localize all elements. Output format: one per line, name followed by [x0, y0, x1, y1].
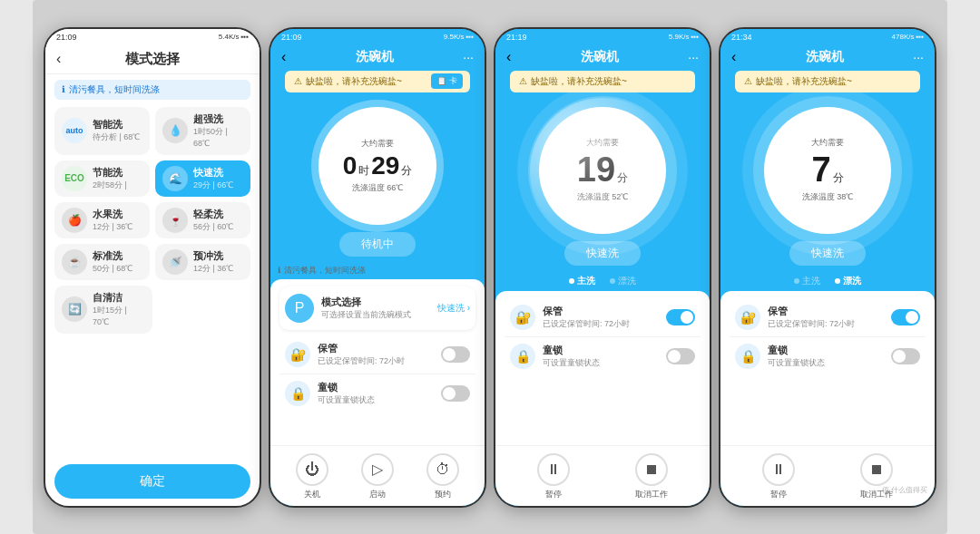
warning-icon-3: ⚠ [519, 76, 527, 86]
power-btn[interactable]: ⏻ 关机 [296, 453, 328, 500]
menu-icon-4[interactable]: ··· [913, 50, 924, 64]
mode-auto[interactable]: auto 智能洗 待分析 | 68℃ [54, 107, 150, 155]
status-icons-2: 9.5K/s ▪▪▪ [444, 33, 474, 41]
header-icons-4: ··· [913, 50, 924, 64]
status-label-3: 快速洗 [564, 241, 641, 266]
baoguan-text-3: 保管 已设定保管时间: 72小时 [543, 305, 666, 330]
time-3: 21:19 [506, 33, 527, 42]
baoguan-text-4: 保管 已设定保管时间: 72小时 [768, 305, 891, 330]
timer-area-4: 大约需要 7 分 洗涤温度 38℃ 快速洗 [720, 98, 935, 271]
warning-banner-4: ⚠ 缺盐啦，请补充洗碗盐~ [735, 71, 920, 92]
back-3[interactable]: ‹ [506, 49, 511, 65]
mode-rinse[interactable]: 🚿 预冲洗 12分 | 36℃ [155, 244, 250, 280]
dishwasher-title-3: 洗碗机 [581, 49, 619, 65]
mode-standard[interactable]: ☕ 标准洗 50分 | 68℃ [54, 244, 150, 280]
baoguan-toggle-2[interactable] [441, 346, 470, 363]
start-label: 启动 [369, 489, 386, 500]
stage-main-4: 主洗 [794, 275, 820, 287]
temp-label-4: 洗涤温度 38℃ [802, 191, 854, 203]
schedule-btn[interactable]: ⏱ 预约 [426, 453, 459, 500]
info-text: 清污餐具，短时间洗涤 [69, 83, 160, 96]
min-unit-2: 分 [401, 163, 412, 179]
dishwasher-header-2: ‹ 洗碗机 ··· [270, 45, 485, 71]
status-bar-4: 21:34 478K/s ▪▪▪ [720, 29, 935, 45]
menu-icon-3[interactable]: ··· [688, 50, 699, 64]
bottom-actions-4: ⏸ 暂停 ⏹ 取消工作 [720, 445, 935, 506]
childlock-toggle-4[interactable] [891, 348, 920, 364]
info-banner: ℹ 清污餐具，短时间洗涤 [54, 80, 250, 100]
mode-row-title: 模式选择 [321, 296, 437, 309]
info-icon-2: ℹ [278, 266, 280, 275]
min-unit-4: 分 [833, 170, 844, 186]
mode-superclean[interactable]: 💧 超强洗 1时50分 | 68℃ [155, 107, 250, 155]
warning-banner-3: ⚠ 缺盐啦，请补充洗碗盐~ [510, 71, 695, 92]
warning-text-2: 缺盐啦，请补充洗碗盐~ [306, 75, 402, 88]
back-arrow-1[interactable]: ‹ [56, 51, 61, 67]
confirm-button[interactable]: 确定 [54, 464, 250, 499]
time-1: 21:09 [56, 33, 77, 42]
mode-gentle[interactable]: 🍷 轻柔洗 56分 | 60℃ [155, 202, 250, 238]
timer-top-label-2: 大约需要 [361, 138, 394, 150]
pause-btn-3[interactable]: ⏸ 暂停 [537, 453, 570, 500]
mode-fruit[interactable]: 🍎 水果洗 12分 | 36℃ [54, 202, 150, 238]
childlock-title-4: 童锁 [768, 344, 891, 357]
childlock-icon-4: 🔒 [735, 344, 760, 369]
stage-main-3: 主洗 [569, 275, 595, 287]
temp-label-2: 洗涤温度 66℃ [352, 182, 404, 194]
mode-eco[interactable]: ECO 节能洗 2时58分 | [54, 160, 150, 197]
menu-icon-2[interactable]: ··· [463, 50, 474, 64]
start-icon: ▷ [361, 453, 394, 486]
start-btn[interactable]: ▷ 启动 [361, 453, 394, 500]
bottom-actions-2: ⏻ 关机 ▷ 启动 ⏱ 预约 [270, 445, 485, 506]
baoguan-toggle-3[interactable] [666, 309, 695, 325]
baoguan-icon-3: 🔐 [510, 305, 535, 330]
status-bar-2: 21:09 9.5K/s ▪▪▪ [270, 29, 485, 45]
time-4: 21:34 [731, 33, 752, 42]
schedule-icon: ⏱ [426, 453, 459, 486]
baoguan-sub-4: 已设定保管时间: 72小时 [768, 318, 891, 330]
mode-content: ℹ 清污餐具，短时间洗涤 auto 智能洗 待分析 | 68℃ 💧 超强洗 1时… [45, 74, 260, 453]
timer-top-label-4: 大约需要 [811, 137, 844, 149]
baoguan-toggle-4[interactable] [891, 309, 920, 325]
warning-text-3: 缺盐啦，请补充洗碗盐~ [531, 75, 627, 88]
mode-row-value[interactable]: 快速洗 › [437, 302, 470, 315]
mode-text-fruit: 水果洗 12分 | 36℃ [93, 208, 132, 233]
mode-text-auto: 智能洗 待分析 | 68℃ [93, 118, 140, 143]
setting-baoguan-3: 🔐 保管 已设定保管时间: 72小时 [505, 298, 701, 337]
temp-label-3: 洗涤温度 52℃ [577, 191, 629, 203]
time-2: 21:09 [281, 33, 302, 42]
childlock-toggle-2[interactable] [441, 385, 470, 402]
back-2[interactable]: ‹ [281, 49, 286, 65]
warning-icon-2: ⚠ [294, 76, 302, 86]
info-icon: ℹ [62, 84, 65, 94]
pause-label-4: 暂停 [770, 489, 787, 500]
back-4[interactable]: ‹ [731, 49, 736, 65]
time-display-3: 19 分 [577, 150, 628, 189]
mode-selfclean[interactable]: 🔄 自清洁 1时15分 | 70℃ [54, 286, 152, 334]
hour-unit-2: 时 [358, 163, 369, 179]
pause-icon-4: ⏸ [762, 453, 795, 486]
setting-baoguan-2: 🔐 保管 已设定保管时间: 72小时 [279, 335, 475, 374]
stage-label-rinse-4: 漂洗 [843, 275, 861, 287]
status-bar-3: 21:19 5.9K/s ▪▪▪ [495, 29, 710, 45]
mode-selection-row[interactable]: P 模式选择 可选择设置当前洗碗模式 快速洗 › [279, 286, 475, 330]
header-icons-2: ··· [463, 50, 474, 64]
baoguan-icon-4: 🔐 [735, 305, 760, 330]
dishwasher-header-4: ‹ 洗碗机 ··· [720, 45, 935, 71]
mode-text-standard: 标准洗 50分 | 68℃ [93, 249, 132, 275]
mode-quick[interactable]: 🌊 快速洗 29分 | 66℃ [155, 160, 250, 197]
time-display-4: 7 分 [811, 150, 843, 189]
pause-btn-4[interactable]: ⏸ 暂停 [762, 453, 795, 500]
childlock-toggle-3[interactable] [666, 348, 695, 364]
circle-timer-3: 大约需要 19 分 洗涤温度 52℃ [539, 107, 666, 234]
childlock-sub-4: 可设置童锁状态 [768, 357, 891, 369]
stage-rinse-3: 漂洗 [610, 275, 636, 287]
mode-icon-eco: ECO [62, 166, 87, 191]
cancel-btn-3[interactable]: ⏹ 取消工作 [635, 453, 668, 500]
info-text-2: 清污餐具，短时间洗涤 [284, 265, 366, 277]
childlock-icon-3: 🔒 [510, 344, 535, 369]
mode-title: 模式选择 [125, 51, 180, 68]
signal-1: 5.4K/s [219, 33, 240, 41]
baoguan-title-2: 保管 [318, 342, 441, 355]
status-icons-1: 5.4K/s ▪▪▪ [219, 33, 249, 41]
